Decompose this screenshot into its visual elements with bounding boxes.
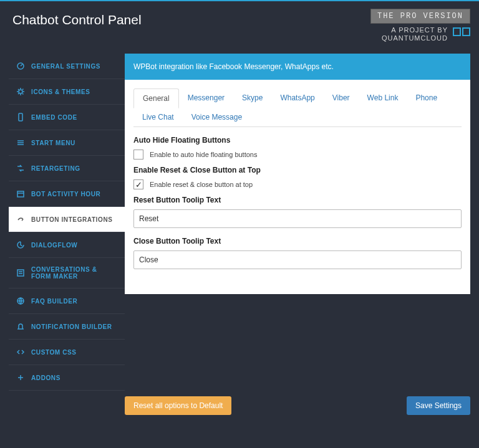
sidebar-item-label: Addons [31,374,60,381]
sidebar-item-icons-themes[interactable]: Icons & Themes [9,79,125,105]
sidebar-item-addons[interactable]: Addons [9,365,125,391]
bell-icon [16,322,25,331]
svg-rect-1 [463,28,470,36]
sidebar-item-label: General Settings [31,63,100,70]
pro-version-badge: THE PRO VERSION [370,9,470,24]
tab-live-chat[interactable]: Live Chat [133,108,183,126]
sidebar-item-label: FAQ Builder [31,298,77,305]
sidebar-item-retargeting[interactable]: Retargeting [9,156,125,181]
brand-line2: QUANTUMCLOUD [382,34,448,42]
calendar-icon [16,189,25,198]
svg-rect-6 [17,270,24,276]
sidebar-item-label: Button Integrations [31,216,112,223]
sidebar-item-faq-builder[interactable]: FAQ Builder [9,288,125,314]
gear-icon [16,87,25,96]
sidebar-item-general-settings[interactable]: General Settings [9,54,125,79]
sidebar-item-conversations-form-maker[interactable]: Conversations & Form Maker [9,258,125,288]
tab-voice-message[interactable]: Voice Message [183,108,251,126]
reset-close-heading: Enable Reset & Close Button at Top [133,166,462,174]
reset-close-checkbox[interactable] [133,179,143,189]
brand-line1: A PROJECT BY [382,26,448,34]
sidebar-item-embed-code[interactable]: Embed Code [9,105,125,130]
form-icon [16,269,25,277]
mobile-icon [16,113,25,122]
sidebar-item-dialogflow[interactable]: DialogFlow [9,232,125,258]
auto-hide-checkbox[interactable] [133,150,143,160]
sidebar-item-label: Bot Activity Hour [31,191,100,198]
share-icon [16,215,25,224]
quantumcloud-logo-icon [453,27,470,41]
tab-whatsapp[interactable]: WhatsApp [271,88,323,108]
retarget-icon [16,164,25,173]
reset-tooltip-input[interactable] [133,209,462,228]
sidebar-item-notification-builder[interactable]: Notification Builder [9,314,125,340]
sidebar-item-label: Start Menu [31,140,75,146]
sidebar-item-label: Embed Code [31,114,77,121]
sidebar-item-label: Conversations & Form Maker [31,266,119,280]
reset-defaults-button[interactable]: Reset all options to Default [125,396,231,415]
reset-close-label: Enable reset & close button at top [150,181,253,188]
tab-general[interactable]: General [133,88,179,108]
sidebar: General SettingsIcons & ThemesEmbed Code… [9,54,125,415]
svg-rect-4 [19,113,22,121]
tab-skype[interactable]: Skype [233,88,271,108]
tabs: GeneralMessengerSkypeWhatsAppViberWeb Li… [133,88,462,127]
sidebar-item-label: Icons & Themes [31,88,90,95]
panel-banner: WPBot integration like Facebook Messenge… [125,54,470,80]
save-settings-button[interactable]: Save Settings [407,396,470,415]
dialog-icon [16,241,25,249]
svg-rect-0 [453,28,460,36]
sidebar-item-start-menu[interactable]: Start Menu [9,130,125,156]
tab-viber[interactable]: Viber [324,88,359,108]
tab-web-link[interactable]: Web Link [359,88,407,108]
plus-icon [16,373,25,382]
page-title: Chatbot Control Panel [12,12,142,27]
tab-messenger[interactable]: Messenger [179,88,233,108]
branding-block: THE PRO VERSION A PROJECT BY QUANTUMCLOU… [370,9,470,42]
sidebar-item-label: DialogFlow [31,242,77,249]
globe-icon [16,297,25,305]
sidebar-item-custom-css[interactable]: Custom CSS [9,340,125,365]
auto-hide-label: Enable to auto hide floating buttons [150,151,257,158]
dashboard-icon [16,62,25,70]
sidebar-item-button-integrations[interactable]: Button Integrations [9,207,125,232]
close-tooltip-input[interactable] [133,250,462,269]
svg-point-3 [19,90,22,93]
sidebar-item-label: Custom CSS [31,349,77,356]
code-icon [16,348,25,356]
reset-tooltip-heading: Reset Button Toolip Text [133,196,462,204]
sidebar-item-label: Retargeting [31,165,80,172]
close-tooltip-heading: Close Button Toolip Text [133,237,462,245]
auto-hide-heading: Auto Hide Floating Buttons [133,136,462,145]
svg-rect-5 [17,191,24,197]
menu-icon [16,138,25,147]
sidebar-item-bot-activity-hour[interactable]: Bot Activity Hour [9,181,125,207]
tab-phone[interactable]: Phone [407,88,446,108]
sidebar-item-label: Notification Builder [31,323,112,330]
